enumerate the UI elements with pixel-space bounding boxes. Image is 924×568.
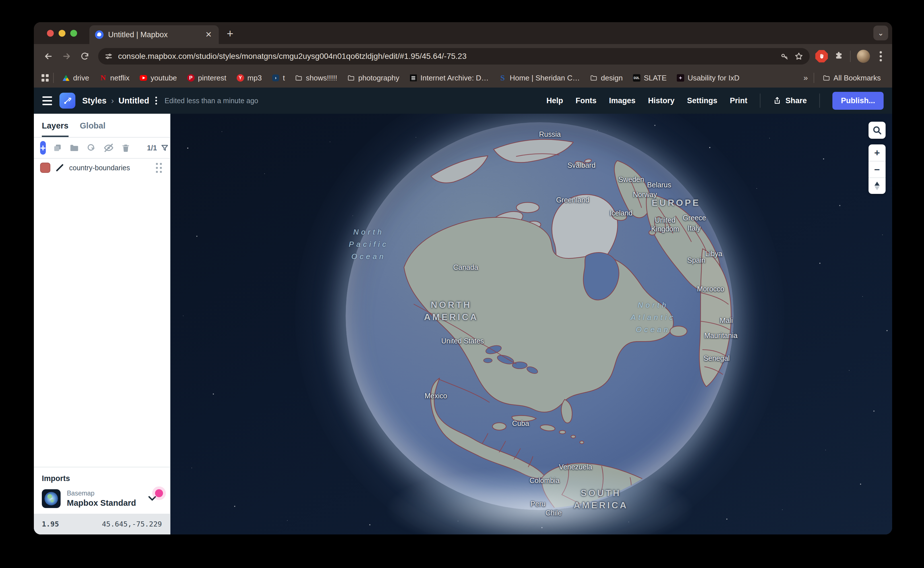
adblock-extension-icon[interactable]: [815, 50, 828, 62]
label-sweden: Sweden: [618, 175, 644, 184]
publish-button[interactable]: Publish...: [832, 92, 884, 110]
label-greece: Greece: [683, 213, 706, 222]
notification-dot: [155, 489, 163, 497]
tab-global[interactable]: Global: [80, 121, 106, 137]
chrome-menu-icon[interactable]: [880, 55, 882, 57]
bookmarks-separator: [53, 73, 54, 83]
bookmark-folder-shows[interactable]: shows!!!!!: [291, 72, 341, 84]
compass-icon: [874, 182, 880, 190]
folder-icon: [590, 74, 597, 82]
nav-history[interactable]: History: [648, 97, 674, 105]
bookmark-t[interactable]: ›t: [268, 72, 289, 84]
hide-layer-eye-off-icon[interactable]: [103, 142, 114, 153]
group-folder-icon[interactable]: [69, 143, 79, 153]
label-libya: Libya: [705, 249, 722, 258]
label-spain: Spain: [687, 256, 706, 265]
nav-fonts[interactable]: Fonts: [576, 97, 597, 105]
browser-window: Untitled | Mapbox ✕ + ⌄ console.mapbox.c…: [34, 22, 892, 535]
zoom-in-button[interactable]: +: [868, 144, 886, 161]
starfield: [170, 114, 171, 114]
breadcrumb-style-name[interactable]: Untitled: [118, 96, 149, 106]
layer-color-swatch[interactable]: [40, 163, 50, 173]
header-separator: [760, 94, 760, 108]
pinterest-icon: P: [187, 74, 195, 82]
bookmark-pinterest[interactable]: Ppinterest: [183, 72, 230, 84]
reload-button[interactable]: [77, 48, 92, 64]
tab-search-chevron-button[interactable]: ⌄: [873, 26, 888, 40]
label-greenland: Greenland: [556, 196, 589, 204]
label-svalbard: Svalbard: [568, 161, 596, 170]
nav-help[interactable]: Help: [547, 97, 563, 105]
style-brush-icon[interactable]: [59, 93, 76, 109]
youtube-icon: [140, 75, 147, 81]
hamburger-menu-icon[interactable]: [42, 97, 52, 105]
label-belarus: Belarus: [647, 181, 671, 189]
label-colombia: Colombia: [529, 476, 560, 485]
bookmark-internet-archive[interactable]: Internet Archive: D…: [406, 72, 493, 84]
bookmark-star-icon[interactable]: [794, 52, 803, 61]
profile-avatar[interactable]: [857, 50, 870, 63]
forward-button[interactable]: [59, 48, 74, 64]
select-on-map-icon[interactable]: [86, 143, 97, 153]
edited-status: Edited less than a minute ago: [164, 97, 258, 105]
traffic-lights: [47, 30, 77, 37]
label-south-america: SOUTH AMERICA: [574, 487, 628, 511]
bookmark-slate[interactable]: D2LSLATE: [629, 72, 671, 84]
extensions-puzzle-icon[interactable]: [834, 51, 844, 62]
bookmark-folder-photography[interactable]: photography: [343, 72, 403, 84]
bookmarks-overflow-chevron[interactable]: »: [801, 73, 809, 82]
password-key-icon[interactable]: [780, 52, 789, 61]
label-mali: Mali: [720, 316, 733, 325]
bookmark-usability[interactable]: Usability for IxD: [673, 72, 743, 84]
label-peru: Peru: [530, 500, 545, 508]
ymp3-icon: Y: [237, 74, 244, 82]
minimize-window-button[interactable]: [59, 30, 65, 37]
compass-bearing-button[interactable]: [868, 177, 886, 194]
nav-print[interactable]: Print: [730, 97, 747, 105]
tab-strip: Untitled | Mapbox ✕ + ⌄: [34, 22, 892, 44]
bookmark-mp3[interactable]: Ymp3: [233, 72, 266, 84]
back-button[interactable]: [41, 48, 56, 64]
url-bar[interactable]: console.mapbox.com/studio/styles/monatgn…: [98, 48, 810, 65]
add-layer-button[interactable]: +: [40, 141, 46, 155]
layer-row-country-boundaries[interactable]: country-boundaries: [34, 159, 170, 177]
label-russia: Russia: [539, 130, 561, 139]
all-bookmarks-button[interactable]: All Bookmarks: [819, 72, 885, 84]
share-button[interactable]: Share: [773, 97, 807, 105]
label-cuba: Cuba: [512, 419, 529, 428]
imports-panel: Imports Basemap Mapbox Standard: [34, 467, 170, 514]
bookmark-sheridan[interactable]: SHome | Sheridan C…: [495, 72, 584, 84]
filter-funnel-icon[interactable]: [161, 144, 169, 152]
bookmark-drive[interactable]: drive: [58, 72, 93, 84]
map-canvas[interactable]: Russia Svalbard Sweden Belarus Norway Gr…: [170, 114, 892, 535]
tab-close-icon[interactable]: ✕: [204, 30, 213, 40]
reload-icon: [80, 52, 89, 61]
new-tab-button[interactable]: +: [227, 27, 233, 40]
map-statusbar: 1.95 45.645,-75.229: [34, 514, 170, 535]
label-mauritania: Mauritania: [704, 331, 738, 340]
nav-images[interactable]: Images: [609, 97, 636, 105]
browser-tab[interactable]: Untitled | Mapbox ✕: [89, 25, 219, 44]
label-canada: Canada: [453, 263, 478, 272]
label-venezuela: Venezuela: [559, 462, 592, 471]
delete-layer-trash-icon[interactable]: [121, 143, 130, 153]
forward-arrow-icon: [62, 51, 71, 61]
breadcrumb-chevron-icon: ›: [111, 96, 114, 106]
apps-grid-icon[interactable]: [41, 74, 48, 82]
duplicate-layer-icon[interactable]: [53, 143, 62, 153]
tab-layers[interactable]: Layers: [42, 121, 68, 137]
map-search-button[interactable]: [868, 122, 886, 139]
site-settings-icon[interactable]: [105, 52, 113, 60]
style-options-kebab-icon[interactable]: [155, 100, 157, 101]
nav-settings[interactable]: Settings: [687, 97, 718, 105]
zoom-out-button[interactable]: −: [868, 161, 886, 177]
basemap-import-row[interactable]: Basemap Mapbox Standard: [42, 489, 162, 508]
close-window-button[interactable]: [47, 30, 54, 37]
drag-handle-icon[interactable]: [156, 163, 162, 173]
fullscreen-window-button[interactable]: [70, 30, 77, 37]
breadcrumb-styles[interactable]: Styles: [82, 96, 106, 106]
bookmark-netflix[interactable]: Nnetflix: [95, 72, 133, 84]
bookmark-folder-design[interactable]: design: [586, 72, 627, 84]
basemap-expand-chevron[interactable]: [146, 492, 162, 505]
bookmark-youtube[interactable]: youtube: [136, 72, 181, 84]
